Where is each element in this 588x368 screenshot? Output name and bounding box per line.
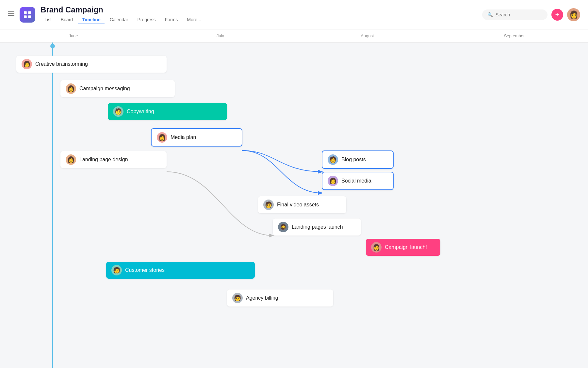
svg-rect-5 — [24, 15, 27, 18]
svg-rect-6 — [28, 15, 31, 18]
task-landing-pages-launch[interactable]: 🧔 Landing pages launch — [273, 219, 361, 236]
tab-forms[interactable]: Forms — [161, 16, 182, 24]
svg-rect-0 — [8, 11, 14, 12]
timeline-container: June July August September 👩 Crea — [0, 29, 588, 368]
tab-progress[interactable]: Progress — [134, 16, 160, 24]
task-creative-brainstorming[interactable]: 👩 Creative brainstorming — [16, 56, 167, 73]
avatar-copywriting: 🧑 — [113, 106, 123, 117]
title-area: Brand Campaign List Board Timeline Calen… — [41, 5, 482, 24]
task-campaign-messaging[interactable]: 👩 Campaign messaging — [60, 80, 175, 97]
task-label-landing-pages-launch: Landing pages launch — [292, 224, 343, 230]
search-box[interactable]: 🔍 — [482, 9, 547, 20]
task-label-campaign-launch: Campaign launch! — [385, 244, 427, 250]
nav-tabs: List Board Timeline Calendar Progress Fo… — [41, 16, 482, 24]
tab-board[interactable]: Board — [57, 16, 77, 24]
task-label-blog-posts: Blog posts — [341, 157, 366, 163]
task-campaign-launch[interactable]: 👩 Campaign launch! — [366, 239, 440, 256]
task-blog-posts[interactable]: 🧑 Blog posts — [322, 150, 394, 169]
app-icon — [20, 7, 35, 23]
timeline-line — [52, 43, 53, 368]
search-icon: 🔍 — [487, 12, 493, 17]
month-headers: June July August September — [0, 29, 588, 43]
avatar-campaign-launch: 👩 — [371, 242, 382, 253]
timeline-dot — [50, 44, 55, 48]
search-input[interactable] — [496, 12, 535, 17]
avatar-customer-stories: 🧑 — [111, 265, 122, 275]
task-label-creative-brainstorming: Creative brainstorming — [35, 61, 88, 67]
task-agency-billing[interactable]: 🧑 Agency billing — [227, 289, 333, 307]
task-label-customer-stories: Customer stories — [125, 267, 165, 273]
tab-calendar[interactable]: Calendar — [106, 16, 132, 24]
task-label-landing-page-design: Landing page design — [79, 157, 128, 163]
avatar-blog-posts: 🧑 — [328, 154, 338, 165]
hamburger-icon[interactable] — [8, 10, 14, 19]
tab-list[interactable]: List — [41, 16, 56, 24]
project-title: Brand Campaign — [41, 5, 482, 14]
header-right: 🔍 + 👩 — [482, 8, 580, 21]
avatar-media-plan: 👩 — [157, 132, 167, 143]
avatar-creative-brainstorming: 👩 — [22, 59, 32, 69]
task-label-copywriting: Copywriting — [127, 109, 154, 114]
svg-rect-1 — [8, 13, 14, 14]
task-copywriting[interactable]: 🧑 Copywriting — [108, 103, 227, 120]
task-label-agency-billing: Agency billing — [246, 295, 278, 301]
svg-rect-4 — [28, 11, 31, 14]
avatar-agency-billing: 🧑 — [232, 293, 243, 303]
task-label-media-plan: Media plan — [171, 134, 196, 140]
avatar-social-media: 👩 — [328, 176, 338, 186]
task-customer-stories[interactable]: 🧑 Customer stories — [106, 262, 255, 279]
grid-line-september — [441, 43, 441, 368]
month-august: August — [294, 29, 441, 42]
add-button[interactable]: + — [551, 9, 563, 21]
svg-rect-2 — [8, 15, 14, 16]
avatar-campaign-messaging: 👩 — [66, 83, 76, 94]
avatar-landing-page-design: 👩 — [66, 154, 76, 165]
task-label-campaign-messaging: Campaign messaging — [79, 86, 130, 92]
avatar-landing-pages-launch: 🧔 — [278, 222, 288, 232]
user-avatar[interactable]: 👩 — [567, 8, 580, 21]
svg-rect-3 — [24, 11, 27, 14]
task-label-social-media: Social media — [341, 178, 371, 184]
avatar-final-video-assets: 🧑 — [263, 200, 274, 210]
tab-timeline[interactable]: Timeline — [78, 16, 105, 24]
task-label-final-video-assets: Final video assets — [277, 202, 319, 208]
month-june: June — [0, 29, 147, 42]
task-social-media[interactable]: 👩 Social media — [322, 172, 394, 190]
month-september: September — [441, 29, 588, 42]
task-landing-page-design[interactable]: 👩 Landing page design — [60, 151, 167, 168]
task-final-video-assets[interactable]: 🧑 Final video assets — [258, 196, 346, 213]
task-media-plan[interactable]: 👩 Media plan — [151, 128, 242, 147]
tab-more[interactable]: More... — [183, 16, 205, 24]
month-july: July — [147, 29, 294, 42]
header: Brand Campaign List Board Timeline Calen… — [0, 0, 588, 29]
